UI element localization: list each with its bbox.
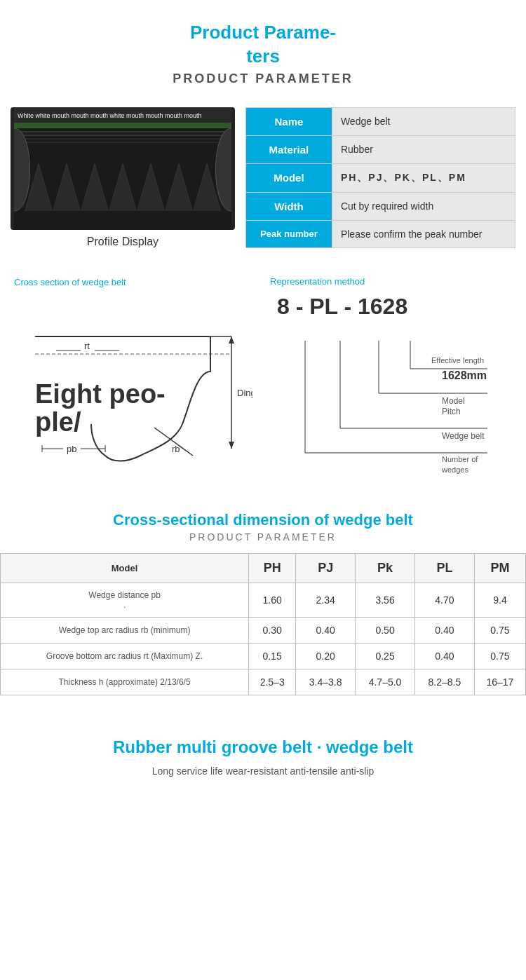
col-header-pk: Pk [356,553,415,583]
diagram-left: Cross section of wedge belt rt Eight peo… [14,276,256,483]
param-value-model: PH、PJ、PK、PL、PM [332,163,515,192]
dim-val-3-4: 16–17 [474,669,525,695]
dim-val-2-1: 0.20 [296,643,356,669]
param-label-peak: Peak number [246,220,332,247]
profile-label: Profile Display [11,236,235,248]
cross-section-label: Cross section of wedge belt [14,276,256,289]
col-header-pl: PL [415,553,475,583]
svg-rect-3 [14,123,231,128]
svg-text:Wedge belt: Wedge belt [442,431,485,441]
param-row-width: Width Cut by required width [246,192,515,220]
rep-annotation-svg: Effective length 1628mm Model Pitch Wedg… [270,334,501,481]
dim-val-2-0: 0.15 [249,643,296,669]
dim-table-header-row: Model PH PJ Pk PL PM [1,553,526,583]
param-label-name: Name [246,107,332,135]
bottom-section: Rubber multi groove belt · wedge belt Lo… [0,709,526,798]
dim-val-0-0: 1.60 [249,583,296,617]
dim-val-0-2: 3.56 [356,583,415,617]
svg-rect-5 [14,211,231,226]
svg-text:Eight peo-: Eight peo- [35,379,166,409]
svg-text:pb: pb [67,444,76,454]
belt-image-container: White white mouth mouth mouth white mout… [11,107,235,230]
col-header-ph: PH [249,553,296,583]
col-header-model: Model [1,553,249,583]
col-header-pj: PJ [296,553,356,583]
belt-diagram-svg: White white mouth mouth mouth white mout… [14,107,231,230]
dim-row-label-3: Thickness h (approximate) 2/13/6/5 [1,669,249,695]
dim-val-3-2: 4.7–5.0 [356,669,415,695]
dim-row-0: Wedge distance pb . 1.60 2.34 3.56 4.70 … [1,583,526,617]
param-row-material: Material Rubber [246,135,515,163]
param-row-model: Model PH、PJ、PK、PL、PM [246,163,515,192]
dim-val-0-4: 9.4 [474,583,525,617]
dim-row-label-2: Groove bottom arc radius rt (Maximum) Z. [1,643,249,669]
dim-val-2-3: 0.40 [415,643,475,669]
header-section: Product Parame- ters PRODUCT PARAMETER [0,0,526,93]
dim-val-1-4: 0.75 [474,617,525,643]
section2-subtitle: PRODUCT PARAMETER [14,531,512,543]
dim-val-2-2: 0.25 [356,643,415,669]
svg-text:rt: rt [84,341,90,351]
dim-val-3-3: 8.2–8.5 [415,669,475,695]
param-value-material: Rubber [332,135,515,163]
param-label-material: Material [246,135,332,163]
svg-text:wedges: wedges [441,465,468,474]
param-value-peak: Please confirm the peak number [332,220,515,247]
svg-text:ple/: ple/ [35,407,81,437]
dim-val-3-1: 3.4–3.8 [296,669,356,695]
svg-text:Model: Model [442,396,465,406]
dim-table: Model PH PJ Pk PL PM [0,553,526,695]
header-subtitle: PRODUCT PARAMETER [14,72,512,86]
svg-text:Pitch: Pitch [442,407,461,416]
dim-table-wrapper: Model PH PJ Pk PL PM [0,546,526,709]
param-row-peak: Peak number Please confirm the peak numb… [246,220,515,247]
dim-row-1: Wedge top arc radius rb (minimum) 0.30 0… [1,617,526,643]
param-value-width: Cut by required width [332,192,515,220]
param-table: Name Wedge belt Material Rubber Model PH… [245,107,515,248]
param-value-name: Wedge belt [332,107,515,135]
dim-val-3-0: 2.5–3 [249,669,296,695]
dim-row-label-0: Wedge distance pb . [1,583,249,617]
bottom-title: Rubber multi groove belt · wedge belt [14,737,512,757]
cross-section-svg: rt Eight peo- ple/ pb rb Ding [14,294,252,477]
svg-text:Effective length: Effective length [431,356,484,365]
param-row-name: Name Wedge belt [246,107,515,135]
section2-header: Cross-sectional dimension of wedge belt … [0,497,526,546]
diagram-right: Representation method 8 - PL - 1628 Effe… [270,276,512,483]
section2-title: Cross-sectional dimension of wedge belt [14,511,512,529]
dim-val-1-2: 0.50 [356,617,415,643]
dim-row-label-1: Wedge top arc radius rb (minimum) [1,617,249,643]
param-label-width: Width [246,192,332,220]
dim-val-1-0: 0.30 [249,617,296,643]
rep-method-label: Representation method [270,276,512,287]
cross-section-area: Cross section of wedge belt rt Eight peo… [0,262,526,497]
svg-marker-25 [229,336,234,343]
header-title: Product Parame- ters [14,21,512,69]
dim-val-2-4: 0.75 [474,643,525,669]
rep-number: 8 - PL - 1628 [277,294,407,319]
svg-text:Ding: Ding [237,388,252,398]
svg-marker-26 [229,442,234,449]
col-header-pm: PM [474,553,525,583]
dim-row-2: Groove bottom arc radius rt (Maximum) Z.… [1,643,526,669]
svg-text:Number of: Number of [442,455,478,463]
param-label-model: Model [246,163,332,192]
svg-text:1628mm: 1628mm [442,369,487,381]
svg-text:White white mouth mouth mouth : White white mouth mouth mouth white mout… [18,112,202,119]
product-param-section: White white mouth mouth mouth white mout… [0,93,526,262]
dim-val-1-1: 0.40 [296,617,356,643]
dim-val-0-1: 2.34 [296,583,356,617]
dim-val-0-3: 4.70 [415,583,475,617]
bottom-description: Long service life wear-resistant anti-te… [14,765,512,777]
belt-image-block: White white mouth mouth mouth white mout… [11,107,235,248]
dim-row-3: Thickness h (approximate) 2/13/6/5 2.5–3… [1,669,526,695]
dim-val-1-3: 0.40 [415,617,475,643]
